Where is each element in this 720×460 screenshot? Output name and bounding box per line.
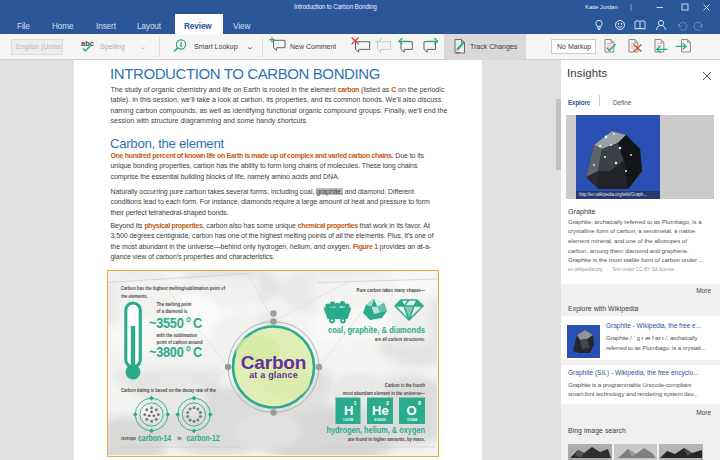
svg-text:2: 2 bbox=[385, 400, 388, 406]
svg-text:are found in higher amounts, b: are found in higher amounts, by mass. bbox=[347, 436, 425, 442]
svg-text:are all carbon structures.: are all carbon structures. bbox=[374, 336, 425, 342]
svg-text:isotope: isotope bbox=[121, 435, 136, 441]
svg-text:with the sublimation: with the sublimation bbox=[155, 332, 197, 338]
svg-text:Pure carbon takes many shapes—: Pure carbon takes many shapes— bbox=[356, 287, 425, 293]
svg-text:Carbon dating is based on the: Carbon dating is based on the decay rate… bbox=[121, 387, 216, 393]
svg-text:1: 1 bbox=[353, 400, 356, 406]
svg-text:carbon-14: carbon-14 bbox=[138, 432, 172, 442]
svg-text:Carbon is the fourth: Carbon is the fourth bbox=[384, 382, 424, 388]
svg-text:H: H bbox=[344, 403, 353, 418]
svg-text:The melting point: The melting point bbox=[156, 301, 191, 307]
svg-text:at a glance: at a glance bbox=[249, 369, 298, 379]
svg-text:most abundant element in the u: most abundant element in the universe— bbox=[342, 390, 424, 396]
svg-text:carbon-12: carbon-12 bbox=[186, 432, 220, 442]
svg-text:coal, graphite, & diamonds: coal, graphite, & diamonds bbox=[327, 324, 424, 335]
svg-text:1.00794: 1.00794 bbox=[342, 417, 353, 421]
svg-text:Carbon has the highest melting: Carbon has the highest melting/sublimati… bbox=[121, 285, 225, 291]
svg-text:4.002602: 4.002602 bbox=[374, 417, 386, 421]
svg-text:the elements.: the elements. bbox=[121, 293, 148, 299]
svg-text:~3550 ° C: ~3550 ° C bbox=[149, 313, 202, 330]
svg-text:O: O bbox=[406, 403, 416, 418]
svg-text:~3800 ° C: ~3800 ° C bbox=[149, 342, 202, 359]
svg-text:8: 8 bbox=[417, 400, 420, 406]
svg-text:15.9994: 15.9994 bbox=[406, 417, 417, 421]
svg-text:abc: abc bbox=[81, 39, 94, 48]
svg-text:of a diamond is: of a diamond is bbox=[156, 308, 187, 314]
svg-text:hydrogen, helium, & oxygen: hydrogen, helium, & oxygen bbox=[326, 424, 425, 435]
svg-text:to: to bbox=[177, 435, 181, 441]
